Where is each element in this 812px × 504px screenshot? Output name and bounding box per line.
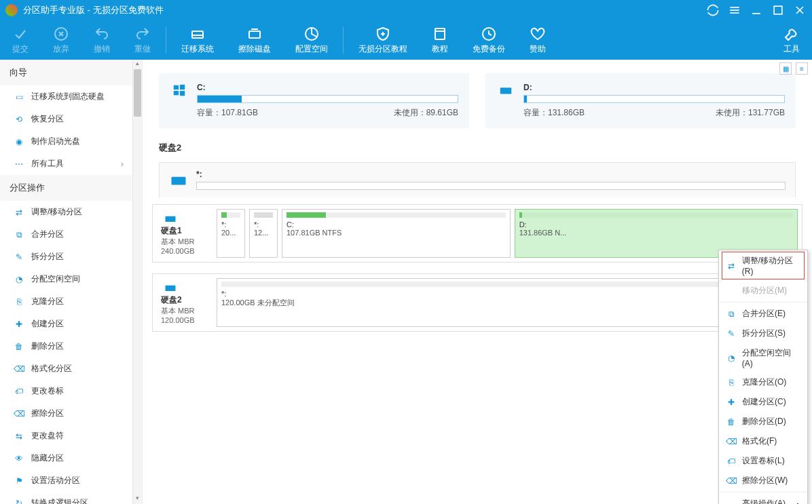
disk-head[interactable]: 硬盘2 基本 MBR 120.00GB [157, 278, 213, 327]
sidebar-item-create[interactable]: ✚创建分区 [0, 313, 133, 335]
heart-icon [530, 26, 546, 42]
partition-unallocated[interactable]: *: 120.00GB 未分配空间 [217, 278, 798, 327]
disc-icon: ◉ [14, 136, 24, 147]
drive-card-d[interactable]: D: 容量：131.86GB 未使用：131.77GB [485, 73, 796, 128]
ctx-wipe[interactable]: ⌫擦除分区(W) [719, 471, 807, 490]
disk-icon [189, 26, 206, 42]
sidebar-item-resize[interactable]: ⇄调整/移动分区 [0, 201, 133, 223]
sidebar-item-delete[interactable]: 🗑删除分区 [0, 335, 133, 357]
scroll-down-icon[interactable]: ▾ [133, 495, 142, 504]
ctx-delete[interactable]: 🗑删除分区(D) [719, 412, 807, 431]
sidebar-item-logical[interactable]: ↻转换成逻辑分区 [0, 492, 133, 504]
scroll-up-icon[interactable]: ▴ [133, 60, 142, 69]
allocate-button[interactable]: 配置空间 [283, 20, 340, 60]
sidebar-item-free[interactable]: ◔分配空闲空间 [0, 268, 133, 290]
sidebar-item-label[interactable]: 🏷更改卷标 [0, 380, 133, 402]
usage-bar [197, 95, 458, 103]
scroll-thumb[interactable] [134, 69, 141, 117]
sidebar-item-format[interactable]: ⌫格式化分区 [0, 357, 133, 380]
close-icon[interactable] [793, 3, 807, 17]
minimize-icon[interactable] [750, 3, 763, 17]
ctx-split[interactable]: ✎拆分分区(S) [719, 324, 807, 343]
partition-c[interactable]: C: 107.81GB NTFS [282, 209, 511, 258]
partition-star2[interactable]: *: 12... [249, 209, 278, 258]
sidebar-item-merge[interactable]: ⧉合并分区 [0, 223, 133, 246]
view-list-button[interactable]: ≡ [796, 62, 808, 75]
svg-rect-20 [174, 85, 179, 90]
ctx-clone[interactable]: ⎘克隆分区(O) [719, 372, 807, 392]
x-circle-icon [53, 26, 69, 42]
tutorial2-button[interactable]: 教程 [420, 20, 460, 60]
create-icon: ✚ [14, 319, 24, 330]
clone-icon: ⎘ [14, 296, 24, 307]
usage-bar [523, 95, 785, 103]
drive-icon [161, 212, 180, 225]
eraser-icon [246, 26, 263, 42]
sidebar-item-wipe[interactable]: ⌫擦除分区 [0, 402, 133, 425]
redo-button[interactable]: 重做 [122, 20, 163, 60]
ctx-free[interactable]: ◔分配空闲空间(A) [719, 343, 807, 372]
sidebar-item-letter[interactable]: ⇆更改盘符 [0, 425, 133, 447]
format-icon: ⌫ [14, 364, 24, 374]
svg-rect-4 [774, 6, 782, 14]
sidebar-item-all-tools[interactable]: ⋯所有工具› [0, 153, 133, 175]
partition-star1[interactable]: *: 20... [217, 209, 245, 258]
donate-button[interactable]: 赞助 [517, 20, 558, 60]
undo-icon [94, 26, 110, 42]
discard-button[interactable]: 放弃 [41, 20, 81, 60]
sidebar-item-active[interactable]: ⚑设置活动分区 [0, 469, 133, 492]
sidebar-item-clone[interactable]: ⎘克隆分区 [0, 290, 133, 313]
sidebar-scrollbar[interactable]: ▴ ▾ [132, 60, 142, 504]
sidebar-item-recover[interactable]: ⟲恢复分区 [0, 108, 133, 130]
format-icon: ⌫ [726, 437, 737, 446]
ctx-merge[interactable]: ⧉合并分区(E) [719, 304, 807, 324]
backup-button[interactable]: 免费备份 [460, 20, 517, 60]
svg-rect-12 [249, 31, 260, 38]
clone-icon: ⎘ [726, 378, 737, 387]
trash-icon: 🗑 [726, 417, 737, 427]
sidebar-item-boot-disc[interactable]: ◉制作启动光盘 [0, 130, 133, 153]
view-grid-button[interactable]: ▦ [779, 62, 792, 75]
sidebar-item-migrate-ssd[interactable]: ▭迁移系统到固态硬盘 [0, 85, 133, 108]
ctx-advanced[interactable]: 高级操作(A)▸ [719, 494, 807, 504]
letter-icon: ⇆ [14, 431, 24, 442]
trash-icon: 🗑 [14, 341, 24, 352]
undo-button[interactable]: 撤销 [81, 20, 122, 60]
svg-rect-27 [166, 286, 176, 291]
chevron-right-icon: › [121, 159, 124, 169]
drive-letter: D: [523, 83, 785, 92]
drive-icon [496, 83, 515, 98]
tag-icon: 🏷 [726, 457, 737, 466]
wrench-icon [783, 26, 800, 42]
broom-icon: ⌫ [14, 408, 24, 419]
ctx-create[interactable]: ✚创建分区(C) [719, 392, 807, 412]
sidebar-head-wizard: 向导 [0, 60, 133, 85]
ctx-format[interactable]: ⌫格式化(F) [719, 431, 807, 451]
disk2-card[interactable]: *: [159, 162, 796, 197]
ctx-resize[interactable]: ⇄调整/移动分区(R) [722, 252, 805, 279]
dots-icon: ⋯ [14, 159, 24, 170]
merge-icon: ⧉ [14, 229, 24, 240]
migrate-button[interactable]: 迁移系统 [169, 20, 226, 60]
recover-icon: ⟲ [14, 114, 24, 125]
free-icon: ◔ [14, 274, 24, 285]
drive-card-c[interactable]: C: 容量：107.81GB 未使用：89.61GB [159, 73, 469, 128]
disk-head[interactable]: 硬盘1 基本 MBR 240.00GB [157, 209, 213, 258]
resize-icon: ⇄ [726, 261, 737, 271]
split-icon: ✎ [14, 252, 24, 263]
maximize-icon[interactable] [771, 3, 785, 17]
sidebar-item-split[interactable]: ✎拆分分区 [0, 246, 133, 268]
commit-button[interactable]: 提交 [0, 20, 41, 60]
check-icon [12, 26, 29, 42]
ctx-label[interactable]: 🏷设置卷标(L) [719, 451, 807, 471]
svg-rect-17 [435, 28, 445, 39]
menu-icon[interactable] [728, 3, 741, 17]
disk2-label: 硬盘2 [143, 135, 812, 158]
pie-icon [303, 26, 320, 42]
tools-button[interactable]: 工具 [771, 20, 812, 60]
tutorial1-button[interactable]: 无损分区教程 [346, 20, 420, 60]
sidebar-item-hide[interactable]: 👁隐藏分区 [0, 447, 133, 469]
wipe-button[interactable]: 擦除磁盘 [226, 20, 283, 60]
refresh-icon[interactable] [706, 3, 720, 17]
ctx-move: 移动分区(M) [719, 281, 807, 301]
